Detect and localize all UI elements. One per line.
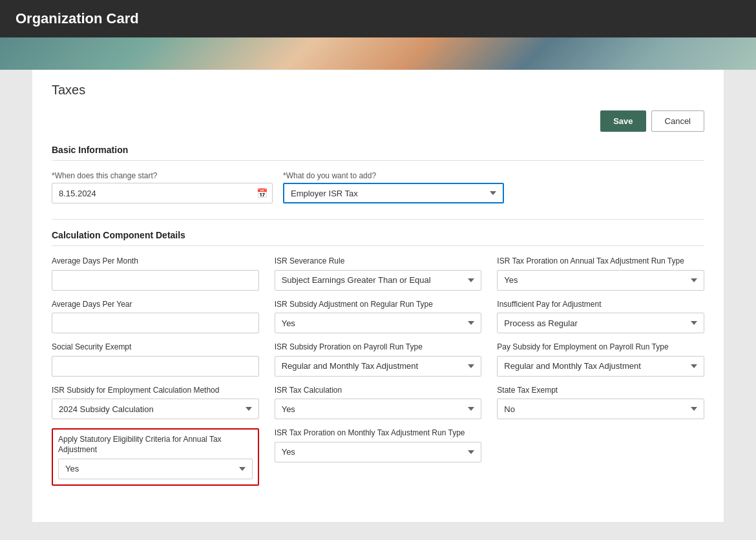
avg-days-month-input[interactable]	[52, 270, 259, 291]
start-date-field-group: *When does this change start? 📅	[52, 171, 273, 203]
state-tax-exempt-field: State Tax Exempt No Yes	[497, 386, 704, 420]
avg-days-year-field: Average Days Per Year	[52, 300, 259, 334]
isr-severance-rule-select[interactable]: Subject Earnings Greater Than or Equal	[275, 270, 482, 291]
avg-days-year-label: Average Days Per Year	[52, 300, 259, 310]
isr-tax-proration-monthly-select[interactable]: Yes No	[275, 442, 482, 462]
isr-subsidy-calc-method-label: ISR Subsidy for Employment Calculation M…	[52, 386, 259, 396]
state-tax-exempt-label: State Tax Exempt	[497, 386, 704, 396]
apply-statutory-field: Apply Statutory Eligibility Criteria for…	[52, 428, 259, 485]
add-type-field-group: *What do you want to add? Employer ISR T…	[283, 171, 504, 203]
isr-subsidy-calc-method-select[interactable]: 2024 Subsidy Calculation	[52, 399, 259, 419]
isr-subsidy-proration-field: ISR Subsidy Proration on Payroll Run Typ…	[275, 342, 482, 377]
avg-days-year-input[interactable]	[52, 313, 259, 333]
calc-col-1: Average Days Per Month Average Days Per …	[52, 256, 259, 486]
isr-subsidy-proration-select[interactable]: Regular and Monthly Tax Adjustment	[275, 356, 482, 377]
avg-days-month-field: Average Days Per Month	[52, 256, 259, 291]
cancel-button[interactable]: Cancel	[651, 110, 704, 132]
isr-tax-calc-field: ISR Tax Calculation Yes No	[275, 386, 482, 420]
isr-subsidy-adj-regular-field: ISR Subsidy Adjustment on Regular Run Ty…	[275, 300, 482, 334]
page-container: Taxes Save Cancel Basic Information *Whe…	[32, 70, 724, 522]
insufficient-pay-field: Insufficient Pay for Adjustment Process …	[497, 300, 704, 334]
save-button[interactable]: Save	[600, 110, 646, 132]
app-title: Organization Card	[16, 10, 139, 26]
page-title: Taxes	[52, 83, 704, 100]
calc-details-section: Calculation Component Details Average Da…	[52, 230, 704, 486]
isr-tax-proration-monthly-label: ISR Tax Proration on Monthly Tax Adjustm…	[275, 428, 482, 439]
isr-subsidy-proration-label: ISR Subsidy Proration on Payroll Run Typ…	[275, 342, 482, 353]
isr-severance-rule-field: ISR Severance Rule Subject Earnings Grea…	[275, 256, 482, 291]
insufficient-pay-select[interactable]: Process as Regular	[497, 313, 704, 333]
calc-col-3: ISR Tax Proration on Annual Tax Adjustme…	[497, 256, 704, 486]
social-security-exempt-label: Social Security Exempt	[52, 342, 259, 353]
avg-days-month-label: Average Days Per Month	[52, 256, 259, 267]
social-security-exempt-field: Social Security Exempt	[52, 342, 259, 377]
basic-info-grid: *When does this change start? 📅 *What do…	[52, 171, 504, 203]
basic-info-section: Basic Information *When does this change…	[52, 145, 704, 203]
pay-subsidy-employment-field: Pay Subsidy for Employment on Payroll Ru…	[497, 342, 704, 377]
start-date-input[interactable]	[52, 183, 273, 203]
isr-tax-calc-label: ISR Tax Calculation	[275, 386, 482, 396]
calc-col-2: ISR Severance Rule Subject Earnings Grea…	[275, 256, 482, 486]
isr-tax-calc-select[interactable]: Yes No	[275, 399, 482, 419]
state-tax-exempt-select[interactable]: No Yes	[497, 399, 704, 419]
insufficient-pay-label: Insufficient Pay for Adjustment	[497, 300, 704, 310]
social-security-exempt-input[interactable]	[52, 356, 259, 377]
isr-subsidy-adj-regular-select[interactable]: Yes No	[275, 313, 482, 333]
banner-image	[0, 37, 756, 70]
date-input-wrapper: 📅	[52, 183, 273, 203]
apply-statutory-label: Apply Statutory Eligibility Criteria for…	[58, 435, 253, 455]
isr-tax-proration-annual-field: ISR Tax Proration on Annual Tax Adjustme…	[497, 256, 704, 291]
isr-tax-proration-annual-select[interactable]: Yes No	[497, 270, 704, 291]
action-bar: Save Cancel	[52, 110, 704, 132]
app-header: Organization Card	[0, 0, 756, 37]
section-divider	[52, 219, 704, 220]
add-type-label: *What do you want to add?	[283, 171, 504, 180]
calc-details-title: Calculation Component Details	[52, 230, 704, 246]
basic-info-title: Basic Information	[52, 145, 704, 161]
apply-statutory-select[interactable]: Yes No	[58, 459, 253, 479]
isr-severance-rule-label: ISR Severance Rule	[275, 256, 482, 267]
isr-subsidy-adj-regular-label: ISR Subsidy Adjustment on Regular Run Ty…	[275, 300, 482, 310]
calendar-icon: 📅	[257, 188, 268, 198]
calc-details-grid: Average Days Per Month Average Days Per …	[52, 256, 704, 486]
isr-tax-proration-annual-label: ISR Tax Proration on Annual Tax Adjustme…	[497, 256, 704, 267]
start-date-label: *When does this change start?	[52, 171, 273, 180]
add-type-select[interactable]: Employer ISR Tax	[283, 183, 504, 203]
isr-subsidy-calc-method-field: ISR Subsidy for Employment Calculation M…	[52, 386, 259, 420]
pay-subsidy-employment-label: Pay Subsidy for Employment on Payroll Ru…	[497, 342, 704, 353]
pay-subsidy-employment-select[interactable]: Regular and Monthly Tax Adjustment	[497, 356, 704, 377]
isr-tax-proration-monthly-field: ISR Tax Proration on Monthly Tax Adjustm…	[275, 428, 482, 462]
